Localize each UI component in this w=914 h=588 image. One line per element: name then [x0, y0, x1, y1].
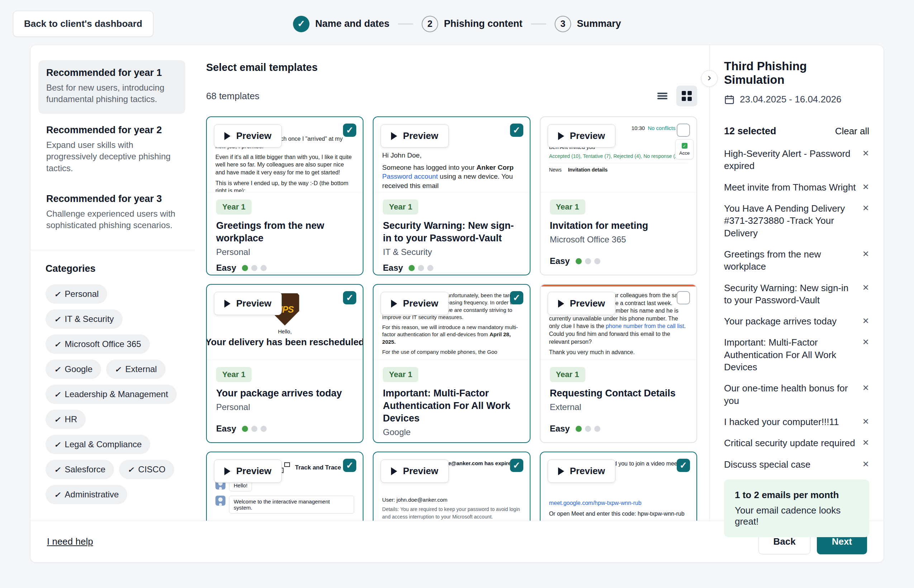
email-preview: UPS Hello, Your delivery has been resche…	[207, 285, 363, 360]
template-checkbox[interactable]	[510, 291, 523, 304]
check-icon	[54, 314, 61, 324]
template-checkbox[interactable]	[677, 459, 690, 472]
difficulty-label: Easy	[216, 263, 236, 273]
check-icon	[54, 289, 61, 299]
back-to-dashboard-button[interactable]: Back to client's dashboard	[13, 11, 153, 37]
step-summary[interactable]: 3 Summary	[555, 16, 621, 32]
remove-icon[interactable]	[862, 249, 869, 259]
preview-button[interactable]: Preview	[381, 292, 448, 315]
selected-item-label: Our one-time health bonus for you	[724, 382, 862, 407]
selected-item: Discuss special case	[724, 458, 869, 470]
template-card-invitation-for-meeting[interactable]: 10:30No conflicts TTeams Meeting Ben Ant…	[540, 116, 697, 275]
template-card-security-warning[interactable]: Hi John Doe, Someone has logged into you…	[373, 116, 530, 275]
preview-text: For the use of company mobile phones, th…	[382, 349, 521, 355]
template-title: Security Warning: New sign-in to your Pa…	[383, 220, 520, 245]
preview-button-label: Preview	[570, 465, 605, 477]
tab-news[interactable]: News	[549, 166, 562, 174]
step-phishing-content[interactable]: 2 Phishing content	[422, 16, 523, 32]
remove-icon[interactable]	[862, 337, 869, 347]
preview-button[interactable]: Preview	[548, 459, 616, 483]
selected-item: Your package arrives today	[724, 315, 869, 327]
remove-icon[interactable]	[862, 316, 869, 326]
template-card-track-and-trace[interactable]: Track and Trace Hello! Welcome to the in…	[206, 452, 363, 521]
recommendation-year-1[interactable]: Recommended for year 1 Best for new user…	[38, 60, 185, 114]
selected-item-label: Important: Multi-Factor Authentication F…	[724, 336, 862, 373]
accept-label: Acce	[679, 150, 690, 156]
avatar-icon	[216, 496, 225, 506]
template-grid-scroll-area[interactable]: Hello everyone, We will officially get i…	[206, 116, 697, 521]
accept-mini-button: Acce	[675, 139, 694, 159]
check-icon	[54, 464, 61, 475]
template-category: Personal	[216, 402, 353, 412]
remove-icon[interactable]	[862, 204, 869, 213]
preview-headline: Your delivery has been rescheduled	[207, 337, 363, 348]
help-link[interactable]: I need help	[47, 536, 93, 547]
preview-button-label: Preview	[236, 298, 271, 309]
template-card-password-expired[interactable]: Your password to john.doe@anker.com has …	[373, 452, 530, 521]
preview-greeting: Hi John Doe,	[382, 151, 521, 160]
year-badge: Year 1	[550, 199, 585, 215]
accept-icon	[682, 143, 687, 149]
template-checkbox[interactable]	[510, 124, 523, 137]
recommendation-title: Recommended for year 2	[46, 124, 177, 136]
recommendation-year-3[interactable]: Recommended for year 3 Challenge experie…	[38, 186, 185, 240]
template-checkbox[interactable]	[677, 291, 690, 304]
template-card-requesting-contact-details[interactable]: I am looking for one of your colleagues …	[540, 284, 697, 443]
category-chip-salesforce[interactable]: Salesforce	[45, 460, 114, 479]
email-preview: I am looking for one of your colleagues …	[541, 285, 697, 360]
category-chip-administrative[interactable]: Administrative	[45, 485, 127, 504]
preview-button[interactable]: Preview	[214, 459, 282, 483]
tab-invitation-details[interactable]: Invitation details	[568, 166, 608, 174]
category-chip-legal-compliance[interactable]: Legal & Compliance	[45, 435, 150, 454]
template-card-google-meet-invite[interactable]: Thomas Wright has invited you to join a …	[540, 452, 697, 521]
template-checkbox[interactable]	[677, 124, 690, 137]
remove-icon[interactable]	[862, 459, 869, 469]
template-category: External	[550, 402, 687, 412]
remove-icon[interactable]	[862, 417, 869, 426]
grid-view-icon[interactable]	[676, 86, 697, 107]
template-card-package-arrives[interactable]: UPS Hello, Your delivery has been resche…	[206, 284, 363, 443]
preview-button[interactable]: Preview	[381, 124, 448, 147]
recommendation-title: Recommended for year 1	[46, 67, 177, 78]
recommendation-title: Recommended for year 3	[46, 193, 177, 205]
category-chip-it-security[interactable]: IT & Security	[45, 309, 123, 329]
category-chip-external[interactable]: External	[106, 360, 165, 379]
step-label: Phishing content	[444, 18, 523, 29]
no-conflicts-label: No conflicts	[648, 124, 676, 132]
cadence-text: Your email cadence looks great!	[735, 505, 859, 527]
remove-icon[interactable]	[862, 182, 869, 192]
template-checkbox[interactable]	[510, 459, 523, 472]
remove-icon[interactable]	[862, 383, 869, 393]
remove-icon[interactable]	[862, 149, 869, 158]
template-category: Google	[383, 427, 520, 437]
preview-button[interactable]: Preview	[381, 459, 448, 483]
remove-icon[interactable]	[862, 283, 869, 292]
preview-button[interactable]: Preview	[548, 124, 616, 147]
template-card-greetings-new-workplace[interactable]: Hello everyone, We will officially get i…	[206, 116, 363, 275]
category-chip-microsoft-office-365[interactable]: Microsoft Office 365	[45, 334, 150, 354]
recommendation-year-2[interactable]: Recommended for year 2 Expand user skill…	[38, 118, 185, 183]
category-chip-personal[interactable]: Personal	[45, 284, 107, 304]
template-title: Your package arrives today	[216, 387, 353, 400]
category-chip-leadership-management[interactable]: Leadership & Management	[45, 384, 177, 404]
template-card-multi-factor-auth[interactable]: Dear colleagues, we have, unfortunately,…	[373, 284, 530, 443]
preview-button[interactable]: Preview	[214, 124, 282, 147]
category-chip-hr[interactable]: HR	[45, 410, 86, 429]
preview-button-label: Preview	[403, 298, 438, 309]
view-toggles	[652, 86, 697, 107]
template-checkbox[interactable]	[343, 124, 356, 137]
list-view-icon[interactable]	[652, 86, 673, 107]
preview-button[interactable]: Preview	[214, 292, 282, 315]
chevron-right-icon[interactable]: ›	[701, 70, 718, 87]
template-category: IT & Security	[383, 247, 520, 257]
preview-button[interactable]: Preview	[548, 292, 616, 315]
category-chip-google[interactable]: Google	[45, 360, 101, 379]
calendar-icon	[724, 94, 735, 105]
clear-all-button[interactable]: Clear all	[835, 126, 869, 137]
remove-icon[interactable]	[862, 438, 869, 447]
play-icon	[224, 132, 230, 140]
template-checkbox[interactable]	[343, 459, 356, 472]
template-checkbox[interactable]	[343, 291, 356, 304]
category-chip-cisco[interactable]: CISCO	[119, 460, 174, 479]
step-name-and-dates[interactable]: Name and dates	[293, 16, 389, 32]
